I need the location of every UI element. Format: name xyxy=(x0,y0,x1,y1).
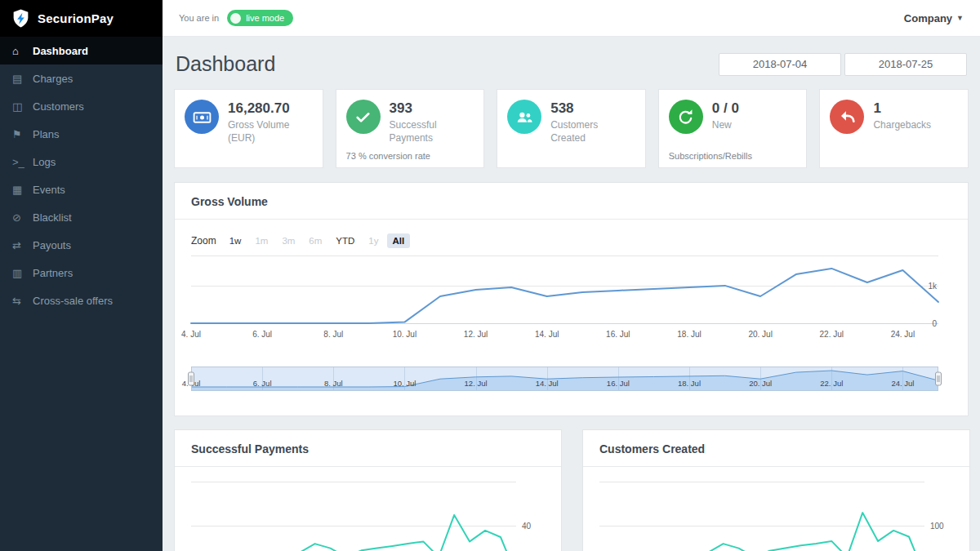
refresh-icon xyxy=(669,100,703,134)
svg-text:24. Jul: 24. Jul xyxy=(891,330,915,339)
zoom-button-6m: 6m xyxy=(303,233,327,248)
stat-value: 393 xyxy=(390,100,474,117)
gross-volume-chart: 1k04. Jul6. Jul8. Jul10. Jul12. Jul14. J… xyxy=(191,256,955,347)
sidebar-item-customers[interactable]: ◫Customers xyxy=(0,92,163,120)
sidebar-item-cross-sale-offers[interactable]: ⇆Cross-sale offers xyxy=(0,287,163,314)
customers-created-card-title: Customers Created xyxy=(599,442,953,455)
page-header: Dashboard xyxy=(174,37,969,89)
gross-volume-card-title: Gross Volume xyxy=(191,195,951,208)
stat-card-customers-created: 538Customers Created xyxy=(497,89,646,168)
svg-text:20. Jul: 20. Jul xyxy=(749,379,772,388)
sidebar-item-payouts[interactable]: ⇄Payouts xyxy=(0,231,163,259)
stat-value: 1 xyxy=(873,100,931,117)
sidebar-item-charges[interactable]: ▤Charges xyxy=(0,64,163,92)
sidebar-item-logs[interactable]: >_Logs xyxy=(0,148,163,176)
sidebar-item-label: Partners xyxy=(33,267,73,279)
company-menu[interactable]: Company ▼ xyxy=(904,12,964,24)
svg-text:22. Jul: 22. Jul xyxy=(820,330,844,339)
stat-value: 0 / 0 xyxy=(712,100,739,117)
stats-row: 16,280.70Gross Volume (EUR)393Successful… xyxy=(174,89,969,168)
stat-card-chargebacks: 1Chargebacks xyxy=(819,89,969,168)
svg-text:24. Jul: 24. Jul xyxy=(891,379,914,388)
svg-text:22. Jul: 22. Jul xyxy=(820,379,843,388)
svg-text:40: 40 xyxy=(522,522,532,531)
customers-created-chart: 100 xyxy=(599,475,953,551)
sidebar-menu: ⌂Dashboard▤Charges◫Customers⚑Plans>_Logs… xyxy=(0,37,163,314)
company-menu-label: Company xyxy=(904,12,952,24)
calendar-icon: ▦ xyxy=(12,184,33,196)
sidebar-item-dashboard[interactable]: ⌂Dashboard xyxy=(0,37,163,64)
brand-logo[interactable]: SecurionPay xyxy=(0,0,163,37)
svg-text:18. Jul: 18. Jul xyxy=(678,379,701,388)
sidebar-item-label: Charges xyxy=(33,73,73,85)
stat-label: Gross Volume (EUR) xyxy=(228,119,313,144)
users-icon: ◫ xyxy=(12,100,33,113)
sidebar-item-label: Customers xyxy=(33,100,84,113)
svg-text:8. Jul: 8. Jul xyxy=(324,379,343,388)
svg-text:12. Jul: 12. Jul xyxy=(465,379,488,388)
stat-card-successful-payments: 393Successful Payments73 % conversion ra… xyxy=(336,89,485,168)
live-mode-label: live mode xyxy=(246,13,284,23)
svg-text:14. Jul: 14. Jul xyxy=(535,330,559,339)
sidebar-item-blacklist[interactable]: ⊘Blacklist xyxy=(0,203,163,231)
live-mode-badge[interactable]: live mode xyxy=(227,10,293,26)
svg-text:16. Jul: 16. Jul xyxy=(606,330,630,339)
zoom-button-1w[interactable]: 1w xyxy=(224,233,247,248)
successful-payments-card: Successful Payments 40 xyxy=(174,429,562,551)
svg-text:16. Jul: 16. Jul xyxy=(607,379,630,388)
sidebar-item-partners[interactable]: ▥Partners xyxy=(0,259,163,287)
zoom-button-1m: 1m xyxy=(249,233,274,248)
stat-subtext: 73 % conversion rate xyxy=(346,151,474,161)
group-icon xyxy=(507,100,541,134)
zoom-button-1y: 1y xyxy=(363,233,384,248)
sidebar-item-label: Blacklist xyxy=(33,211,72,224)
stat-label: New xyxy=(712,119,739,132)
svg-text:6. Jul: 6. Jul xyxy=(253,379,272,388)
svg-text:10. Jul: 10. Jul xyxy=(393,330,416,339)
zoom-label: Zoom xyxy=(191,235,216,247)
successful-payments-chart: 40 xyxy=(191,475,545,551)
sidebar-item-plans[interactable]: ⚑Plans xyxy=(0,120,163,148)
main-content: Dashboard 16,280.70Gross Volume (EUR)393… xyxy=(163,37,980,551)
stat-label: Customers Created xyxy=(550,119,635,144)
customers-created-card-header: Customers Created xyxy=(583,430,969,467)
credit-card-icon: ▤ xyxy=(12,73,33,85)
banknote-icon xyxy=(185,100,219,134)
stat-label: Chargebacks xyxy=(873,119,931,132)
zoom-button-all[interactable]: All xyxy=(387,233,411,248)
terminal-icon: >_ xyxy=(12,156,33,168)
sidebar-item-events[interactable]: ▦Events xyxy=(0,176,163,203)
date-to-input[interactable] xyxy=(844,53,967,76)
sidebar-item-label: Plans xyxy=(33,128,60,140)
svg-text:12. Jul: 12. Jul xyxy=(464,330,488,339)
stat-value: 16,280.70 xyxy=(228,100,313,117)
zoom-button-3m: 3m xyxy=(276,233,301,248)
svg-text:18. Jul: 18. Jul xyxy=(677,330,701,339)
bottom-charts-row: Successful Payments 40 Customers Created… xyxy=(174,429,969,551)
gross-volume-card: Gross Volume Zoom 1w1m3m6mYTD1yAll 1k04.… xyxy=(174,182,969,416)
stat-card-new: 0 / 0NewSubscriptions/Rebills xyxy=(658,89,808,168)
ban-icon: ⊘ xyxy=(12,211,33,224)
check-icon xyxy=(346,100,381,134)
zoom-button-ytd[interactable]: YTD xyxy=(330,233,360,248)
gross-volume-card-header: Gross Volume xyxy=(175,183,968,220)
stat-value: 538 xyxy=(550,100,635,117)
customers-created-card: Customers Created 100 xyxy=(582,429,970,551)
successful-payments-card-body: 40 xyxy=(175,467,561,551)
successful-payments-card-header: Successful Payments xyxy=(175,430,561,467)
zoom-buttons: 1w1m3m6mYTD1yAll xyxy=(224,233,413,248)
gross-volume-navigator[interactable]: 4. Jul6. Jul8. Jul10. Jul12. Jul14. Jul1… xyxy=(191,367,955,391)
gross-volume-card-body: Zoom 1w1m3m6mYTD1yAll 1k04. Jul6. Jul8. … xyxy=(175,220,968,415)
sidebar-item-label: Payouts xyxy=(33,239,71,251)
date-from-input[interactable] xyxy=(719,53,841,76)
sidebar-item-label: Logs xyxy=(33,156,56,168)
sidebar-item-label: Events xyxy=(33,184,65,196)
successful-payments-card-title: Successful Payments xyxy=(191,442,545,455)
svg-text:0: 0 xyxy=(932,319,937,328)
securionpay-dashboard-app: SecurionPay ⌂Dashboard▤Charges◫Customers… xyxy=(0,0,980,551)
svg-text:8. Jul: 8. Jul xyxy=(323,330,343,339)
shield-bolt-icon xyxy=(11,8,31,29)
chevron-down-icon: ▼ xyxy=(956,14,964,22)
brand-name: SecurionPay xyxy=(38,11,114,25)
stat-subtext: Subscriptions/Rebills xyxy=(669,151,797,161)
